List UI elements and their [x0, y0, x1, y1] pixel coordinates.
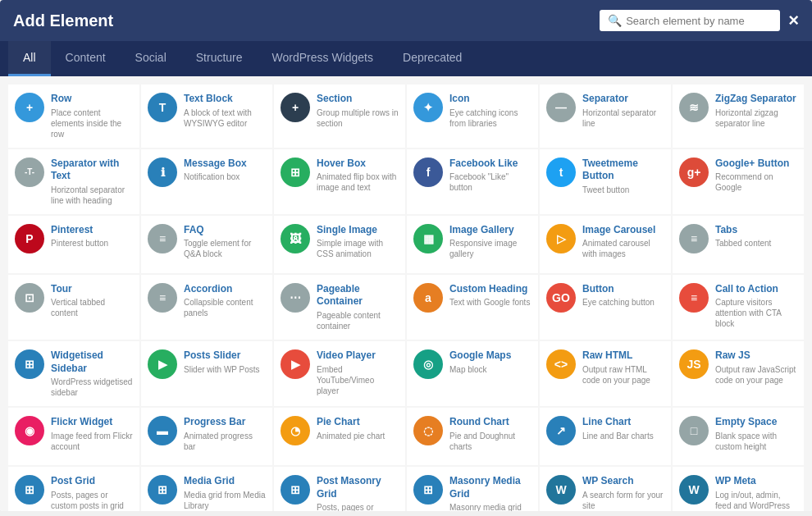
element-card[interactable]: PPinterestPinterest button [8, 216, 139, 273]
element-card[interactable]: ↗Line ChartLine and Bar charts [540, 408, 671, 465]
element-card[interactable]: □Empty SpaceBlank space with custom heig… [673, 408, 804, 465]
element-desc: Animated progress bar [184, 431, 266, 452]
element-card[interactable]: ≡TabsTabbed content [673, 216, 804, 273]
element-card[interactable]: ⋯Pageable ContainerPageable content cont… [274, 275, 405, 340]
element-name: Widgetised Sidebar [51, 349, 133, 375]
element-card[interactable]: -T-Separator with TextHorizontal separat… [8, 149, 139, 214]
element-icon: P [15, 224, 44, 253]
element-card[interactable]: ⊞Post GridPosts, pages or custom posts i… [8, 467, 139, 511]
element-name: Raw JS [715, 349, 797, 363]
element-name: Pinterest [51, 224, 133, 237]
element-card[interactable]: WWP MetaLog in/out, admin, feed and Word… [673, 467, 804, 511]
element-card[interactable]: ⊞Masonry Media GridMasonry media grid fr… [407, 467, 538, 511]
element-card[interactable]: ⊞Widgetised SidebarWordPress widgetised … [8, 341, 139, 406]
element-desc: Map block [449, 364, 531, 375]
element-desc: Horizontal separator line [582, 107, 664, 129]
element-name: Single Image [317, 224, 399, 237]
element-info: Google MapsMap block [449, 349, 531, 375]
element-card[interactable]: tTweetmeme ButtonTweet button [540, 149, 671, 214]
element-icon: ⋯ [281, 283, 310, 313]
element-info: Video PlayerEmbed YouTube/Vimeo player [317, 349, 399, 396]
element-name: Button [582, 283, 664, 296]
element-card[interactable]: ◎Google MapsMap block [407, 341, 538, 406]
search-box[interactable]: 🔍 [600, 10, 780, 31]
element-desc: Text with Google fonts [449, 297, 531, 308]
element-desc: Horizontal zigzag separator line [715, 107, 797, 129]
element-card[interactable]: ≋ZigZag SeparatorHorizontal zigzag separ… [673, 84, 804, 148]
element-card[interactable]: TText BlockA block of text with WYSIWYG … [141, 84, 272, 148]
element-card[interactable]: ▷Image CarouselAnimated carousel with im… [540, 216, 671, 273]
element-card[interactable]: +RowPlace content elements inside the ro… [8, 84, 139, 148]
element-info: Widgetised SidebarWordPress widgetised s… [51, 349, 133, 398]
element-card[interactable]: ▬Progress BarAnimated progress bar [141, 408, 272, 465]
element-card[interactable]: —SeparatorHorizontal separator line [540, 84, 671, 148]
element-card[interactable]: ◉Flickr WidgetImage feed from Flickr acc… [8, 408, 139, 465]
element-desc: Masonry media grid from Media Library [449, 502, 531, 511]
element-desc: Toggle element for Q&A block [184, 238, 266, 259]
element-card[interactable]: ▶Posts SliderSlider with WP Posts [141, 341, 272, 406]
element-card[interactable]: ◌Round ChartPie and Doughnut charts [407, 408, 538, 465]
element-icon: ≡ [148, 224, 177, 253]
close-button[interactable]: × [788, 11, 799, 30]
element-card[interactable]: ▦Image GalleryResponsive image gallery [407, 216, 538, 273]
element-card[interactable]: GOButtonEye catching button [540, 275, 671, 340]
element-card[interactable]: g+Google+ ButtonRecommend on Google [673, 149, 804, 214]
element-card[interactable]: aCustom HeadingText with Google fonts [407, 275, 538, 340]
element-desc: Tabbed content [715, 238, 797, 249]
element-desc: Place content elements inside the row [51, 107, 133, 139]
element-name: Video Player [317, 349, 399, 363]
element-name: Hover Box [317, 158, 399, 171]
element-card[interactable]: ℹMessage BoxNotification box [141, 149, 272, 214]
element-icon: t [546, 158, 576, 187]
element-card[interactable]: ⊞Media GridMedia grid from Media Library [141, 467, 272, 511]
element-info: Post Masonry GridPosts, pages or custom … [317, 475, 399, 511]
element-card[interactable]: JSRaw JSOutput raw JavaScript code on yo… [673, 341, 804, 406]
element-card[interactable]: ⊞Post Masonry GridPosts, pages or custom… [274, 467, 405, 511]
element-name: Tabs [715, 224, 797, 237]
element-card[interactable]: WWP SearchA search form for your site [540, 467, 671, 511]
element-icon: W [546, 475, 576, 505]
element-icon: ⊞ [15, 475, 44, 505]
element-card[interactable]: ≡FAQToggle element for Q&A block [141, 216, 272, 273]
element-info: IconEye catching icons from libraries [449, 93, 531, 129]
element-desc: Animated carousel with images [582, 238, 664, 259]
tab-content[interactable]: Content [51, 41, 121, 76]
element-card[interactable]: ≡AccordionCollapsible content panels [141, 275, 272, 340]
element-icon: ↗ [546, 416, 576, 445]
element-name: Custom Heading [449, 283, 531, 296]
tab-social[interactable]: Social [121, 41, 181, 76]
element-card[interactable]: 🖼Single ImageSimple image with CSS anima… [274, 216, 405, 273]
element-info: Separator with TextHorizontal separator … [51, 158, 133, 206]
element-name: Tweetmeme Button [582, 158, 664, 183]
element-card[interactable]: ⊞Hover BoxAnimated flip box with image a… [274, 149, 405, 214]
element-icon: ⊞ [281, 475, 310, 505]
element-desc: Output raw HTML code on your page [582, 364, 664, 386]
element-desc: Line and Bar charts [582, 431, 664, 441]
tab-structure[interactable]: Structure [181, 41, 258, 76]
tab-all[interactable]: All [8, 41, 51, 76]
element-card[interactable]: fFacebook LikeFacebook "Like" button [407, 149, 538, 214]
element-name: Round Chart [449, 416, 531, 429]
element-card[interactable]: <>Raw HTMLOutput raw HTML code on your p… [540, 341, 671, 406]
element-card[interactable]: ⊡TourVertical tabbed content [8, 275, 139, 340]
element-name: Flickr Widget [51, 416, 133, 429]
elements-grid-container: +RowPlace content elements inside the ro… [0, 76, 812, 511]
element-card[interactable]: ▶Video PlayerEmbed YouTube/Vimeo player [274, 341, 405, 406]
add-element-modal: Add Element 🔍 × AllContentSocialStructur… [0, 0, 812, 511]
element-icon: ✦ [413, 93, 443, 122]
element-name: Pie Chart [317, 416, 399, 429]
element-info: Raw HTMLOutput raw HTML code on your pag… [582, 349, 664, 386]
element-info: Progress BarAnimated progress bar [184, 416, 266, 452]
element-icon: GO [546, 283, 576, 313]
tab-deprecated[interactable]: Deprecated [388, 41, 477, 76]
element-info: Masonry Media GridMasonry media grid fro… [449, 475, 531, 511]
element-icon: f [413, 158, 443, 187]
element-card[interactable]: ≡Call to ActionCapture visitors attentio… [673, 275, 804, 340]
element-card[interactable]: ◔Pie ChartAnimated pie chart [274, 408, 405, 465]
element-card[interactable]: ✦IconEye catching icons from libraries [407, 84, 538, 148]
element-card[interactable]: +SectionGroup multiple rows in section [274, 84, 405, 148]
search-input[interactable] [626, 15, 772, 27]
element-icon: -T- [15, 158, 44, 187]
tab-wp-widgets[interactable]: WordPress Widgets [258, 41, 388, 76]
element-desc: Capture visitors attention with CTA bloc… [715, 297, 797, 329]
